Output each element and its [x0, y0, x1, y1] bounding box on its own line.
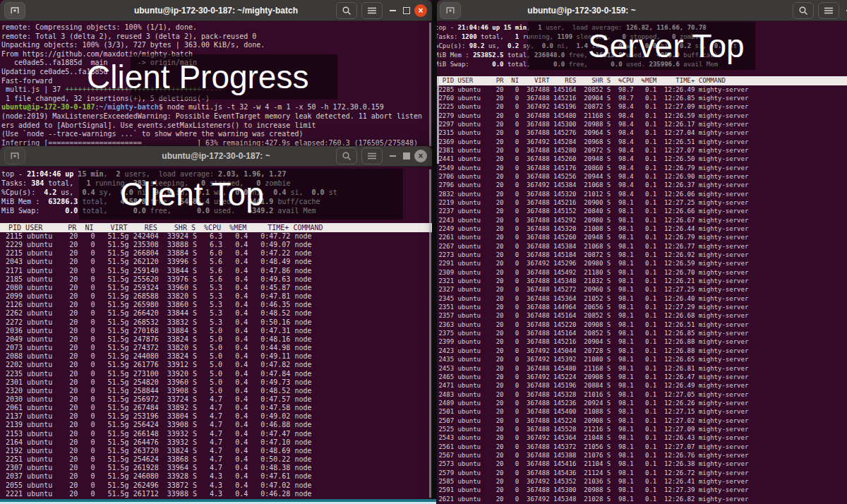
process-row: 2489 ubuntu 20 0 367488 145236 20924 S 9… [437, 399, 847, 407]
process-row: 2507 ubuntu 20 0 367488 145224 20908 S 9… [437, 416, 847, 425]
search-icon [342, 6, 352, 16]
process-row: 2796 ubuntu 20 0 367492 145384 21068 S 9… [437, 181, 847, 189]
process-row: 2483 ubuntu 20 0 367488 145328 21016 S 9… [437, 390, 847, 399]
process-row: 2327 ubuntu 20 0 367488 145272 20960 S 9… [437, 285, 847, 294]
process-row: 2229 ubuntu 20 0 51.5g 235308 33888 S 6.… [0, 241, 432, 249]
minimize-icon [390, 155, 396, 157]
process-row: 2549 ubuntu 20 0 367488 145176 20860 S 9… [437, 164, 847, 172]
close-button[interactable]: × [414, 148, 428, 164]
close-button[interactable]: × [414, 2, 428, 19]
process-row: 2030 ubuntu 20 0 51.5g 256972 33724 S 4.… [0, 395, 432, 404]
process-row: 2760 ubuntu 20 0 367488 145216 20904 S 9… [437, 94, 847, 102]
process-row: 2321 ubuntu 20 0 367488 145348 21032 S 9… [437, 277, 847, 285]
overlay-label-client-top: Client Top [120, 169, 264, 220]
new-tab-button[interactable] [4, 148, 25, 164]
process-row: 2315 ubuntu 20 0 367488 145276 20964 S 9… [437, 128, 847, 137]
new-tab-icon [9, 5, 20, 16]
process-row: 2591 ubuntu 20 0 367488 145300 20988 S 9… [437, 486, 847, 494]
process-row: 2381 ubuntu 20 0 367488 145280 20972 S 9… [437, 146, 847, 155]
minimize-icon [390, 10, 396, 11]
process-row: 2357 ubuntu 20 0 367488 145164 20852 S 9… [437, 311, 847, 320]
process-row: 2706 ubuntu 20 0 367488 145256 20944 S 9… [437, 172, 847, 181]
process-row: 2036 ubuntu 20 0 51.5g 270168 33884 S 5.… [0, 327, 432, 335]
maximize-button[interactable] [400, 2, 414, 19]
process-row: 2043 ubuntu 20 0 51.5g 262120 33996 S 5.… [0, 258, 432, 266]
process-row: 2219 ubuntu 20 0 367488 145216 20900 S 9… [437, 198, 847, 207]
minimize-button[interactable] [842, 2, 847, 19]
process-row: 2525 ubuntu 20 0 367488 145528 21216 S 9… [437, 425, 847, 433]
process-row: 2320 ubuntu 20 0 51.5g 258844 33908 S 5.… [0, 387, 432, 395]
process-row: 2049 ubuntu 20 0 51.5g 247876 33824 S 5.… [0, 335, 432, 344]
process-row: 2088 ubuntu 20 0 51.5g 244080 33824 S 5.… [0, 352, 432, 361]
hamburger-icon [368, 7, 376, 14]
search-icon [798, 6, 808, 16]
new-tab-button[interactable] [4, 2, 25, 19]
process-row: 2221 ubuntu 20 0 51.5g 261712 33988 S 4.… [0, 490, 432, 498]
menu-button[interactable] [361, 2, 383, 19]
process-row: 2099 ubuntu 20 0 51.5g 268588 33820 S 5.… [0, 292, 432, 301]
window-controls: × [336, 2, 432, 19]
process-row: 2139 ubuntu 20 0 51.5g 256424 33908 S 4.… [0, 421, 432, 429]
process-row: 2202 ubuntu 20 0 51.5g 261776 33912 S 5.… [0, 361, 432, 369]
process-row: 2301 ubuntu 20 0 51.5g 254820 33960 S 5.… [0, 378, 432, 387]
process-row: 2279 ubuntu 20 0 367488 145480 21168 S 9… [437, 112, 847, 120]
scrollbar[interactable] [429, 23, 431, 146]
menu-button[interactable] [818, 2, 839, 19]
terminal-window-server-top: ubuntu@ip-172-30-0-159: ~ × [437, 0, 847, 504]
process-row: 2267 ubuntu 20 0 367488 145384 21068 S 9… [437, 242, 847, 251]
search-button[interactable] [793, 2, 814, 19]
process-row: 2115 ubuntu 20 0 51.5g 242404 33924 S 6.… [0, 232, 432, 241]
process-row: 2153 ubuntu 20 0 51.5g 266148 33932 S 4.… [0, 430, 432, 438]
process-row: 2465 ubuntu 20 0 367492 145224 20908 S 9… [437, 373, 847, 381]
process-row: 2363 ubuntu 20 0 367488 145220 20908 S 9… [437, 320, 847, 329]
new-tab-icon [9, 150, 20, 162]
menu-button[interactable] [361, 148, 383, 164]
process-row: 2237 ubuntu 20 0 367488 145152 20840 S 9… [437, 207, 847, 215]
process-row: 2832 ubuntu 20 0 367488 145320 21012 S 9… [437, 190, 847, 198]
new-tab-button[interactable] [440, 2, 461, 19]
process-row: 2423 ubuntu 20 0 367492 145044 20728 S 9… [437, 347, 847, 355]
process-row: 2080 ubuntu 20 0 51.5g 259324 33960 S 5.… [0, 284, 432, 292]
process-row: 2297 ubuntu 20 0 367488 145300 20988 S 9… [437, 120, 847, 128]
search-button[interactable] [336, 148, 357, 164]
hamburger-icon [824, 7, 833, 14]
minimize-button[interactable] [385, 2, 400, 19]
process-table: 2115 ubuntu 20 0 51.5g 242404 33924 S 6.… [0, 232, 432, 498]
maximize-button[interactable] [400, 148, 414, 164]
process-row: 2225 ubuntu 20 0 367492 145196 20872 S 9… [437, 102, 847, 111]
process-row: 2453 ubuntu 20 0 367488 145480 21168 S 9… [437, 364, 847, 373]
process-row: 2579 ubuntu 20 0 367488 145436 21124 S 9… [437, 469, 847, 477]
titlebar-client-progress[interactable]: ubuntu@ip-172-30-0-187: ~/mighty-batch × [0, 0, 432, 21]
process-row: 2345 ubuntu 20 0 367488 145364 21052 S 9… [437, 294, 847, 303]
titlebar-server-top[interactable]: ubuntu@ip-172-30-0-159: ~ × [437, 0, 847, 21]
process-row: 2471 ubuntu 20 0 367488 145196 20884 S 9… [437, 381, 847, 390]
maximize-icon [403, 7, 410, 14]
process-row: 2061 ubuntu 20 0 51.5g 267484 33892 S 4.… [0, 404, 432, 412]
process-row: 2249 ubuntu 20 0 367488 145320 21008 S 9… [437, 224, 847, 233]
process-row: 2585 ubuntu 20 0 367492 145352 21036 S 9… [437, 477, 847, 486]
overlay-label-server-top: Server Top [588, 22, 745, 70]
close-icon: × [414, 150, 427, 162]
process-row: 2351 ubuntu 20 0 367488 144964 20656 S 9… [437, 303, 847, 311]
process-row: 2369 ubuntu 20 0 367492 145284 20968 S 9… [437, 138, 847, 146]
process-row: 2171 ubuntu 20 0 51.5g 259140 33844 S 5.… [0, 267, 432, 275]
process-row: 2126 ubuntu 20 0 51.5g 265980 33860 S 5.… [0, 301, 432, 309]
scrollbar[interactable] [429, 169, 431, 498]
process-table-header: PID USER PR NI VIRT RES SHR S %CPU %MEM … [0, 223, 432, 232]
search-button[interactable] [336, 2, 357, 19]
process-row: 2235 ubuntu 20 0 51.5g 273100 33920 S 5.… [0, 370, 432, 378]
window-controls: × [793, 2, 847, 19]
process-row: 2215 ubuntu 20 0 51.5g 266804 33884 S 6.… [0, 249, 432, 258]
process-row: 2251 ubuntu 20 0 51.5g 254624 33868 S 4.… [0, 455, 432, 464]
window-title: ubuntu@ip-172-30-0-159: ~ [437, 6, 847, 16]
process-row: 2164 ubuntu 20 0 51.5g 264476 33932 S 4.… [0, 438, 432, 447]
maximize-icon [403, 152, 410, 160]
process-row: 2573 ubuntu 20 0 367488 145416 21104 S 9… [437, 460, 847, 468]
overlay-label-client-progress: Client Progress [87, 54, 308, 100]
process-row: 2273 ubuntu 20 0 367488 145184 20872 S 9… [437, 251, 847, 259]
minimize-button[interactable] [385, 148, 400, 164]
scrollbar-thumb[interactable] [437, 76, 439, 164]
titlebar-client-top[interactable]: ubuntu@ip-172-30-0-187: ~ × [0, 146, 432, 167]
process-row: 2262 ubuntu 20 0 51.5g 266420 33844 S 5.… [0, 309, 432, 318]
process-row: 2261 ubuntu 20 0 367488 145260 20948 S 9… [437, 233, 847, 241]
